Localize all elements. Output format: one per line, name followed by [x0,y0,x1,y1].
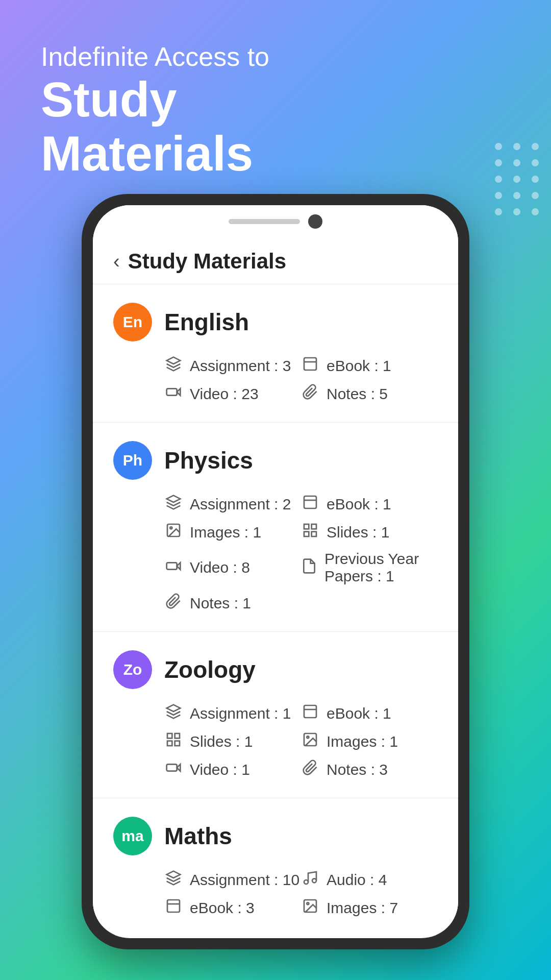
stat-item: Images : 1 [301,731,438,751]
stat-label: Images : 1 [190,524,261,541]
stat-item: Notes : 1 [164,593,301,613]
subject-card-maths[interactable]: ma Maths Assignment : 10 Audio : 4 eBook… [93,798,458,926]
subject-card-english[interactable]: En English Assignment : 3 eBook : 1 Vide… [93,284,458,423]
hero-title: Study Materials [41,72,510,180]
svg-rect-11 [312,524,316,529]
stat-label: Assignment : 2 [190,496,291,513]
stat-label: eBook : 3 [190,899,255,917]
subject-name: Zoology [164,656,256,683]
phone-notch [93,205,458,234]
back-button[interactable]: ‹ [113,251,120,273]
stat-item: Notes : 3 [301,760,438,779]
stat-item: Video : 23 [164,384,301,404]
image-icon [301,898,319,918]
app-header: ‹ Study Materials [93,234,458,284]
stat-label: Video : 8 [190,559,250,576]
svg-rect-6 [304,496,316,508]
svg-marker-16 [167,705,181,712]
stat-item: Assignment : 2 [164,494,301,514]
stat-item: Images : 7 [301,898,438,918]
svg-rect-10 [304,524,309,529]
svg-point-24 [307,736,309,738]
subjects-list: En English Assignment : 3 eBook : 1 Vide… [93,284,458,926]
file-icon [301,558,317,578]
svg-rect-12 [312,532,316,536]
stat-label: Slides : 1 [190,733,253,750]
svg-rect-19 [167,733,172,738]
layers-icon [164,703,183,723]
svg-rect-20 [175,733,180,738]
stat-item: Audio : 4 [301,870,438,890]
app-content: ‹ Study Materials En English Assignment … [93,234,458,926]
paperclip-icon [164,593,183,613]
stat-label: Audio : 4 [327,871,387,889]
stat-label: Assignment : 3 [190,357,291,375]
stat-item: Previous Year Papers : 1 [301,550,438,585]
stat-item: Video : 8 [164,550,301,585]
subject-card-physics[interactable]: Ph Physics Assignment : 2 eBook : 1 Imag… [93,423,458,632]
svg-rect-14 [167,562,177,569]
svg-rect-1 [304,358,316,370]
video-icon [164,558,183,578]
stat-item: eBook : 1 [301,703,438,723]
stat-item: eBook : 1 [301,356,438,376]
stat-label: eBook : 1 [327,705,391,722]
music-icon [301,870,319,890]
hero-section: Indefinite Access to Study Materials [41,41,510,181]
layers-icon [164,870,183,890]
subject-avatar: Zo [113,650,152,689]
svg-point-33 [307,902,309,904]
stat-item: Slides : 1 [301,522,438,542]
svg-rect-13 [304,532,309,536]
stat-label: Assignment : 1 [190,705,291,722]
subject-avatar: ma [113,817,152,855]
svg-rect-17 [304,705,316,718]
stat-label: Video : 23 [190,385,259,403]
subject-header: Ph Physics [113,441,438,480]
screen-title: Study Materials [128,249,286,274]
layers-icon [164,356,183,376]
subject-card-zoology[interactable]: Zo Zoology Assignment : 1 eBook : 1 Slid… [93,632,458,798]
paperclip-icon [301,760,319,779]
paperclip-icon [301,384,319,404]
stat-label: Images : 7 [327,899,398,917]
stat-label: Notes : 5 [327,385,388,403]
stat-label: Slides : 1 [327,524,389,541]
stat-label: Video : 1 [190,761,250,778]
stat-item: eBook : 3 [164,898,301,918]
svg-point-9 [170,527,172,529]
book-icon [301,703,319,723]
stat-item: Video : 1 [164,760,301,779]
stat-label: Notes : 1 [190,595,251,612]
video-icon [164,760,183,779]
stat-label: Previous Year Papers : 1 [324,550,438,585]
book-icon [301,356,319,376]
subject-header: Zo Zoology [113,650,438,689]
svg-rect-30 [167,900,180,912]
stats-grid: Assignment : 10 Audio : 4 eBook : 3 Imag… [113,870,438,918]
svg-rect-25 [167,764,177,771]
svg-marker-0 [167,357,181,364]
subject-name: Physics [164,447,253,474]
book-icon [164,898,183,918]
subject-avatar: Ph [113,441,152,480]
layers-icon [164,494,183,514]
stat-label: eBook : 1 [327,357,391,375]
svg-marker-5 [167,496,181,502]
subject-header: ma Maths [113,817,438,855]
stat-label: Assignment : 10 [190,871,299,889]
stat-label: Notes : 3 [327,761,388,778]
hero-subtitle: Indefinite Access to [41,41,510,72]
image-icon [301,731,319,751]
stat-item: Assignment : 10 [164,870,301,890]
subject-name: Maths [164,822,232,850]
grid-icon [301,522,319,542]
stat-item: eBook : 1 [301,494,438,514]
book-icon [301,494,319,514]
stat-item: Images : 1 [164,522,301,542]
stat-item: Assignment : 3 [164,356,301,376]
phone-mockup: ‹ Study Materials En English Assignment … [82,194,469,949]
svg-point-29 [312,878,316,883]
stats-grid: Assignment : 3 eBook : 1 Video : 23 Note… [113,356,438,404]
stat-label: eBook : 1 [327,496,391,513]
